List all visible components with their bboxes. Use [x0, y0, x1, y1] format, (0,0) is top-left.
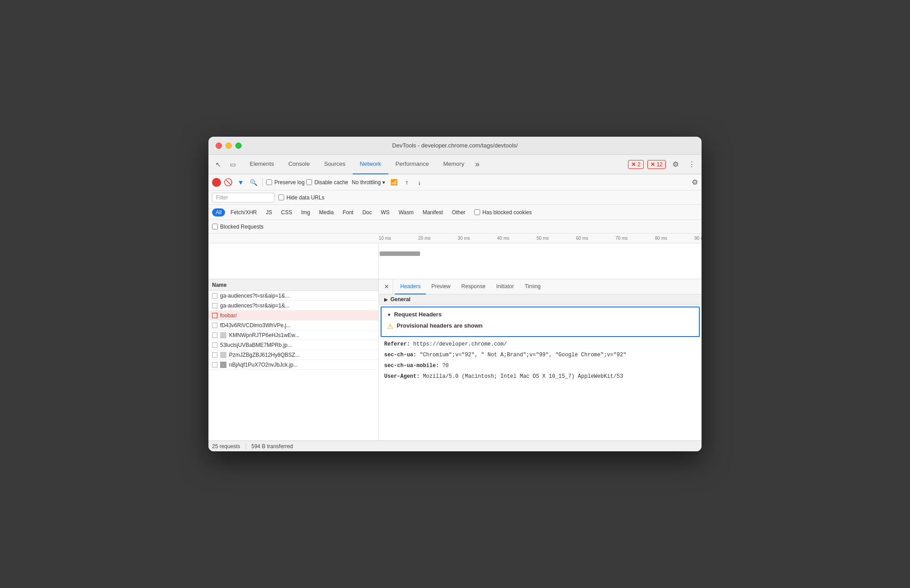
tick-20ms: 20 ms [418, 236, 458, 241]
throttle-dropdown-icon: ▾ [382, 179, 385, 186]
detail-tab-headers[interactable]: Headers [395, 279, 426, 294]
header-row-sec-ch-ua: sec-ch-ua: "Chromium";v="92", " Not A;Br… [379, 350, 702, 360]
request-item[interactable]: fD43v6RiVCDlmo3WhVPe.j... [208, 320, 378, 330]
request-checkbox[interactable] [212, 342, 217, 348]
type-btn-all[interactable]: All [212, 208, 225, 216]
type-btn-doc[interactable]: Doc [359, 208, 375, 216]
detail-tab-preview[interactable]: Preview [426, 279, 456, 294]
tick-10ms: 10 ms [379, 236, 418, 241]
general-triangle-icon: ▶ [384, 297, 388, 302]
general-section-header[interactable]: ▶ General [379, 294, 702, 305]
request-checkbox[interactable] [212, 313, 217, 318]
timeline-area [208, 243, 702, 279]
type-btn-img[interactable]: Img [298, 208, 314, 216]
type-btn-other[interactable]: Other [448, 208, 469, 216]
type-btn-wasm[interactable]: Wasm [395, 208, 417, 216]
tick-60ms: 60 ms [576, 236, 615, 241]
image-icon-3: - [220, 362, 226, 368]
general-section-title: General [390, 296, 411, 303]
tab-elements[interactable]: Elements [243, 155, 281, 174]
request-item[interactable]: KMNWpnRJTP6eHJs1wEw... [208, 330, 378, 340]
type-btn-font[interactable]: Font [339, 208, 357, 216]
request-name: ga-audiences?t=sr&aip=1&... [220, 293, 375, 299]
preserve-log-checkbox[interactable] [266, 179, 272, 185]
request-checkbox[interactable] [212, 323, 217, 328]
minimize-button[interactable] [225, 143, 232, 149]
request-checkbox[interactable] [212, 333, 217, 338]
request-item-foobar[interactable]: foobar/ [208, 311, 378, 320]
request-item[interactable]: ga-audiences?t=sr&aip=1&... [208, 291, 378, 301]
timeline-bar [380, 251, 420, 256]
error-count: 2 [637, 161, 641, 168]
tab-actions: ✕ 2 ✕ 12 ⚙ ⋮ [628, 158, 698, 171]
type-btn-js[interactable]: JS [262, 208, 276, 216]
download-icon[interactable]: ↓ [414, 177, 425, 188]
request-item[interactable]: 53luclsjUVBaBME7MPRb.jp... [208, 340, 378, 350]
devtools-window: DevTools - developer.chrome.com/tags/dev… [208, 137, 702, 451]
requests-count: 25 requests [212, 443, 240, 450]
tab-network[interactable]: Network [353, 155, 389, 174]
filter-input[interactable] [212, 193, 275, 203]
tab-more[interactable]: » [472, 155, 483, 174]
maximize-button[interactable] [235, 143, 242, 149]
tab-performance[interactable]: Performance [388, 155, 436, 174]
header-name: sec-ch-ua: [384, 352, 416, 358]
blocked-requests-checkbox[interactable] [212, 224, 218, 229]
wifi-icon[interactable]: 📶 [389, 177, 399, 188]
filter-icon[interactable]: ▼ [235, 177, 246, 188]
request-headers-section: ▼Request Headers ⚠ Provisional headers a… [381, 307, 700, 337]
hide-data-urls-checkbox[interactable] [278, 195, 284, 200]
header-value: "Chromium";v="92", " Not A;Brand";v="99"… [420, 352, 626, 358]
has-blocked-cookies-checkbox[interactable] [474, 209, 480, 215]
filter-bar: Hide data URLs [208, 190, 702, 205]
type-btn-media[interactable]: Media [316, 208, 338, 216]
preserve-log-toggle[interactable]: Preserve log [266, 179, 304, 186]
tab-list: Elements Console Sources Network Perform… [243, 155, 628, 174]
network-settings-icon[interactable]: ⚙ [692, 178, 698, 186]
type-btn-ws[interactable]: WS [377, 208, 393, 216]
more-options-icon[interactable]: ⋮ [685, 158, 698, 171]
tab-console[interactable]: Console [281, 155, 317, 174]
disable-cache-checkbox[interactable] [306, 179, 312, 185]
warn-badge[interactable]: ✕ 12 [647, 160, 666, 169]
detail-tab-response[interactable]: Response [456, 279, 491, 294]
request-name: fD43v6RiVCDlmo3WhVPe.j... [220, 322, 375, 329]
disable-cache-toggle[interactable]: Disable cache [306, 179, 348, 186]
tab-memory[interactable]: Memory [436, 155, 472, 174]
request-item[interactable]: ga-audiences?t=sr&aip=1&... [208, 301, 378, 311]
type-btn-manifest[interactable]: Manifest [419, 208, 446, 216]
throttle-select[interactable]: No throttling ▾ [350, 178, 387, 186]
request-checkbox[interactable] [212, 362, 217, 368]
type-btn-fetch-xhr[interactable]: Fetch/XHR [227, 208, 260, 216]
search-icon[interactable]: 🔍 [248, 177, 259, 188]
device-icon[interactable]: ▭ [226, 158, 239, 171]
close-details-button[interactable]: ✕ [382, 279, 393, 294]
cursor-icon[interactable]: ↖ [212, 158, 225, 171]
header-name: sec-ch-ua-mobile: [384, 363, 439, 369]
request-checkbox[interactable] [212, 303, 217, 308]
request-item[interactable]: PzmJZBgZBJ612Hy8QBSZ... [208, 350, 378, 360]
devtools-tab-bar: ↖ ▭ Elements Console Sources Network Per… [208, 155, 702, 174]
error-badge[interactable]: ✕ 2 [628, 160, 644, 169]
provisional-text: Provisional headers are shown [397, 322, 482, 329]
blocked-requests-toggle[interactable]: Blocked Requests [212, 224, 264, 230]
hide-data-urls-toggle[interactable]: Hide data URLs [278, 195, 325, 201]
upload-icon[interactable]: ↑ [401, 177, 412, 188]
detail-tab-timing[interactable]: Timing [519, 279, 546, 294]
provisional-warning: ⚠ Provisional headers are shown [387, 320, 693, 333]
clear-icon[interactable]: 🚫 [223, 177, 234, 188]
request-checkbox[interactable] [212, 352, 217, 358]
header-row-referer: Referer: https://developer.chrome.com/ [379, 339, 702, 350]
header-value: Mozilla/5.0 (Macintosh; Intel Mac OS X 1… [423, 373, 623, 380]
header-value: https://developer.chrome.com/ [413, 341, 507, 347]
detail-tab-initiator[interactable]: Initiator [491, 279, 519, 294]
request-name: 53luclsjUVBaBME7MPRb.jp... [220, 342, 375, 348]
request-item[interactable]: - nBjAqf1PuX7O2nvJbJck.jp... [208, 360, 378, 370]
record-button[interactable] [212, 178, 221, 187]
type-btn-css[interactable]: CSS [277, 208, 296, 216]
settings-gear-icon[interactable]: ⚙ [669, 158, 682, 171]
tab-sources[interactable]: Sources [317, 155, 353, 174]
hide-data-urls-label: Hide data URLs [286, 195, 325, 201]
request-checkbox[interactable] [212, 293, 217, 298]
close-button[interactable] [216, 143, 222, 149]
